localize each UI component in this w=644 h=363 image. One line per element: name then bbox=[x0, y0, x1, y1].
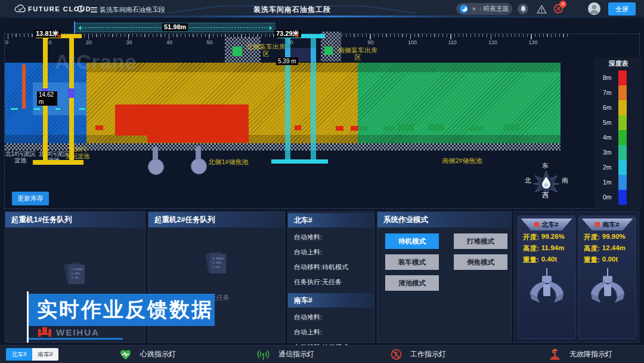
depth-tick-label: 5m bbox=[603, 115, 618, 130]
depth-tick-label: 8m bbox=[603, 70, 618, 85]
depth-tick-label: 2m bbox=[603, 160, 618, 175]
crane1-height-label: 14.62 m bbox=[37, 91, 57, 106]
weight-label: 重量: bbox=[523, 256, 539, 264]
map-spot bbox=[504, 124, 519, 131]
weihua-text: WEIHUA bbox=[56, 327, 100, 337]
depth-scale-title: 深度表 bbox=[595, 59, 642, 68]
height-value: 12.44m bbox=[602, 244, 626, 253]
depth-row: 2m bbox=[595, 160, 642, 175]
theme-label: 暗夜主题 bbox=[484, 5, 509, 13]
menu-icon[interactable] bbox=[91, 6, 97, 14]
empty-doc-icon bbox=[148, 249, 284, 279]
north-crane-ribbon: 北车# bbox=[521, 219, 572, 230]
deep-spot bbox=[336, 126, 343, 131]
north-crane-title: 北车# bbox=[541, 220, 558, 229]
ruler-tick-label: 20 bbox=[86, 39, 92, 45]
south-crane-title: 南车# bbox=[602, 220, 619, 229]
ruler-tick-label: 0 bbox=[5, 39, 8, 45]
indicator-4: 无故障指示灯 bbox=[549, 349, 612, 360]
sun-icon[interactable]: ☀ bbox=[471, 5, 477, 13]
toggle-south-button[interactable]: 南车# bbox=[32, 348, 58, 361]
fullscreen-button[interactable]: 全屏 bbox=[608, 2, 636, 16]
crane2-bridge-bottom bbox=[271, 159, 328, 164]
map-spot bbox=[470, 126, 483, 131]
weihua-mark-icon bbox=[37, 327, 52, 337]
vehicle-toggle: 北车# 南车# bbox=[6, 348, 58, 361]
grab-bucket-icon bbox=[579, 268, 636, 310]
depth-row: 5m bbox=[595, 115, 642, 130]
yard-map: AICrane 51.98m 0102030405060708090100110… bbox=[0, 18, 644, 210]
divider bbox=[480, 6, 481, 13]
crane1-bridge-bottom bbox=[33, 160, 83, 165]
warning-icon[interactable] bbox=[537, 5, 547, 16]
vehicle-status-panel: 北车# 自动堆料:自动上料:自动移料:待机模式任务执行:无任务 南车# 自动堆料… bbox=[287, 211, 374, 343]
page-title: 装洗车间南石油焦工段 bbox=[227, 5, 358, 15]
compass: 东 北 南 西 bbox=[525, 161, 568, 204]
map-spot bbox=[359, 126, 367, 131]
bell-icon[interactable] bbox=[518, 4, 528, 14]
toggle-north-button[interactable]: 北车# bbox=[6, 348, 32, 361]
crane-detail-panel: 北车# 开度:99.26% 高度:11.94m 重量:0.40t 南车# 开度:… bbox=[514, 211, 639, 343]
cloud-logo-icon bbox=[14, 4, 27, 16]
zone-marker bbox=[233, 47, 242, 56]
north-pool-label: 北侧1#储焦池 bbox=[202, 158, 255, 165]
mode-buttons: 待机模式打堆模式装车模式倒焦模式清池模式 bbox=[377, 227, 511, 291]
weight-label: 重量: bbox=[584, 256, 600, 264]
system-mode-header: 系统作业模式 bbox=[377, 212, 511, 227]
zone-marker bbox=[324, 47, 333, 55]
indicator-label: 心跳指示灯 bbox=[140, 349, 176, 359]
mode-button-4[interactable]: 倒焦模式 bbox=[454, 254, 507, 270]
theme-toggle[interactable]: ☀ 暗夜主题 bbox=[456, 3, 512, 15]
antenna-icon bbox=[256, 349, 270, 360]
status-line: 自动堆料: bbox=[288, 310, 374, 325]
south-pool-label: 南侧2#储焦池 bbox=[435, 157, 489, 164]
depth-rows: 8m7m6m5m4m3m2m1m0m bbox=[595, 70, 642, 205]
open-label: 开度: bbox=[584, 233, 600, 242]
mode-button-2[interactable]: 打堆模式 bbox=[454, 233, 507, 249]
depth-tick-label: 7m bbox=[603, 85, 618, 100]
status-line: 自动移料:待机模式 bbox=[288, 260, 374, 275]
dashboard: FUTURE CLOUD 装洗车间南石油焦工段 装洗车间南石油焦工段 ☀ 暗夜主… bbox=[0, 0, 644, 363]
depth-color-chip bbox=[618, 145, 627, 160]
status-line: 自动上料: bbox=[288, 325, 374, 340]
depth-color-chip bbox=[618, 70, 627, 85]
ruler-tick-label: 50 bbox=[207, 39, 213, 45]
grab-bucket-icon bbox=[518, 268, 575, 310]
depth-tick-label: 4m bbox=[603, 130, 618, 145]
map-top-strip bbox=[86, 63, 561, 72]
indicator-2: 通信指示灯 bbox=[256, 349, 314, 360]
heartbeat-icon bbox=[119, 349, 132, 360]
status-bar: 北车# 南车# 心跳指示灯通信指示灯工作指示灯无故障指示灯 bbox=[0, 345, 644, 363]
update-inventory-button[interactable]: 更新库存 bbox=[12, 192, 49, 205]
alarm-badge: 4 bbox=[559, 1, 566, 8]
moon-icon[interactable] bbox=[460, 5, 468, 13]
span-measure-label: 51.98m bbox=[162, 23, 188, 31]
south-exit-label: 南侧装车出库区 bbox=[338, 47, 377, 61]
south-crane-card: 南车# 开度:99.90% 高度:12.44m 重量:0.00t bbox=[578, 216, 636, 339]
depth-row: 0m bbox=[595, 190, 642, 205]
mode-button-5[interactable]: 清池模式 bbox=[385, 275, 439, 291]
marker bbox=[55, 108, 60, 110]
depth-tick-label: 0m bbox=[603, 190, 618, 205]
mode-button-1[interactable]: 待机模式 bbox=[385, 233, 439, 249]
compass-north: 北 bbox=[525, 176, 531, 185]
depth-row: 4m bbox=[595, 130, 642, 145]
north-vehicle-header: 北车# bbox=[288, 213, 374, 227]
mode-button-3[interactable]: 装车模式 bbox=[385, 254, 439, 270]
open-label: 开度: bbox=[523, 233, 539, 242]
deep-spot bbox=[95, 125, 103, 130]
ruler-tick-label: 90 bbox=[368, 39, 374, 45]
refresh-icon[interactable] bbox=[76, 5, 85, 16]
compass-south: 南 bbox=[562, 176, 568, 185]
depth-color-chip bbox=[618, 130, 627, 145]
north-exit-label: 北侧装车出库区 bbox=[246, 43, 286, 57]
status-line: 自动堆料: bbox=[288, 230, 374, 245]
map-spot bbox=[428, 124, 444, 131]
depth-tick-label: 6m bbox=[603, 100, 618, 115]
queue1-header: 起重机1#任务队列 bbox=[5, 212, 145, 227]
avatar[interactable] bbox=[588, 2, 600, 15]
crane-fault-icon bbox=[549, 349, 561, 360]
height-label: 高度: bbox=[523, 244, 539, 253]
crane1-trolley bbox=[68, 88, 75, 98]
indicator-3: 工作指示灯 bbox=[391, 349, 446, 360]
